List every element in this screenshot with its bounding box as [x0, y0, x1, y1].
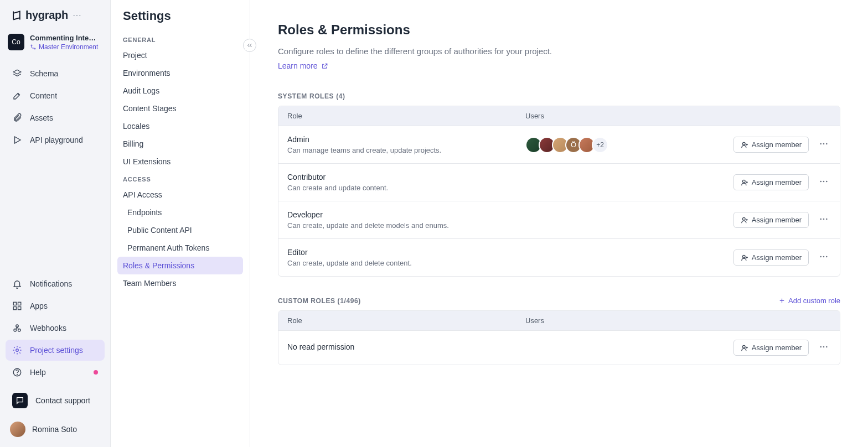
project-environment: Master Environment — [30, 43, 98, 51]
settings-item-project[interactable]: Project — [117, 46, 243, 64]
assign-member-button[interactable]: Assign member — [733, 137, 809, 153]
nav-assets[interactable]: Assets — [6, 107, 105, 128]
brand-menu-icon[interactable]: ⋯ — [73, 10, 81, 20]
brand-logo[interactable]: hygraph — [11, 9, 68, 22]
custom-roles-table: Role Users No read permission Assign mem… — [278, 310, 840, 365]
svg-point-22 — [820, 219, 822, 220]
layers-icon — [12, 69, 22, 79]
project-selector[interactable]: Co Commenting Inte… Master Environment — [0, 28, 110, 59]
role-description: Can create and update content. — [287, 184, 525, 192]
svg-point-27 — [823, 256, 825, 258]
svg-point-15 — [823, 143, 825, 145]
settings-title: Settings — [117, 9, 243, 31]
chat-icon — [12, 393, 28, 408]
svg-point-10 — [16, 349, 19, 352]
user-plus-icon — [741, 179, 748, 186]
role-name: No read permission — [287, 342, 525, 351]
bell-icon — [12, 279, 22, 289]
nav-content[interactable]: Content — [6, 85, 105, 106]
gear-icon — [12, 345, 22, 355]
nav-api-playground[interactable]: API playground — [6, 129, 105, 150]
webhook-icon — [12, 323, 22, 333]
nav-apps[interactable]: Apps — [6, 295, 105, 316]
user-avatars: Ö +2 — [525, 137, 608, 153]
svg-point-32 — [826, 346, 828, 348]
user-plus-icon — [741, 254, 748, 262]
role-row-custom[interactable]: No read permission Assign member — [278, 330, 840, 365]
svg-point-31 — [823, 346, 825, 348]
collapse-sidebar-button[interactable] — [243, 39, 256, 52]
dots-horizontal-icon — [819, 139, 829, 149]
settings-item-api-access[interactable]: API Access — [117, 186, 243, 204]
grid-icon — [12, 301, 22, 311]
column-role: Role — [287, 112, 525, 120]
row-menu-button[interactable] — [817, 250, 831, 266]
svg-point-25 — [742, 255, 745, 258]
user-avatar — [10, 422, 25, 437]
nav-webhooks[interactable]: Webhooks — [6, 318, 105, 339]
settings-item-billing[interactable]: Billing — [117, 135, 243, 153]
custom-roles-header: CUSTOM ROLES (1/496) — [278, 297, 361, 305]
svg-rect-4 — [18, 302, 21, 305]
role-row-developer[interactable]: Developer Can create, update and delete … — [278, 201, 840, 238]
edit-icon — [12, 91, 22, 101]
nav-notifications[interactable]: Notifications — [6, 273, 105, 294]
main-sidebar: hygraph ⋯ Co Commenting Inte… Master Env… — [0, 0, 111, 447]
avatar-overflow[interactable]: +2 — [592, 137, 608, 153]
add-custom-role-button[interactable]: Add custom role — [778, 297, 840, 305]
user-name: Romina Soto — [32, 425, 77, 434]
row-menu-button[interactable] — [817, 212, 831, 228]
settings-item-public-content-api[interactable]: Public Content API — [117, 221, 243, 239]
role-name: Developer — [287, 210, 525, 219]
svg-rect-5 — [13, 307, 16, 310]
learn-more-link[interactable]: Learn more — [278, 61, 328, 70]
section-general-label: GENERAL — [117, 31, 243, 46]
page-description: Configure roles to define the different … — [278, 46, 840, 56]
table-header: Role Users — [278, 311, 840, 330]
project-avatar: Co — [8, 34, 24, 50]
settings-item-roles-permissions[interactable]: Roles & Permissions — [117, 257, 243, 274]
svg-rect-3 — [13, 302, 16, 305]
branch-icon — [30, 44, 37, 50]
settings-item-locales[interactable]: Locales — [117, 117, 243, 135]
settings-item-permanent-auth-tokens[interactable]: Permanent Auth Tokens — [117, 239, 243, 257]
settings-item-team-members[interactable]: Team Members — [117, 274, 243, 292]
role-row-admin[interactable]: Admin Can manage teams and create, updat… — [278, 126, 840, 163]
nav-contact-support[interactable]: Contact support — [6, 387, 105, 414]
role-name: Admin — [287, 135, 525, 144]
settings-item-endpoints[interactable]: Endpoints — [117, 204, 243, 221]
svg-rect-6 — [18, 307, 21, 310]
assign-member-button[interactable]: Assign member — [733, 212, 809, 228]
svg-point-1 — [34, 48, 35, 49]
role-row-editor[interactable]: Editor Can create, update and delete con… — [278, 238, 840, 276]
svg-point-23 — [823, 219, 825, 220]
nav-help[interactable]: Help — [6, 362, 105, 383]
assign-member-button[interactable]: Assign member — [733, 174, 809, 190]
role-name: Contributor — [287, 173, 525, 181]
assign-member-button[interactable]: Assign member — [733, 340, 809, 356]
settings-item-ui-extensions[interactable]: UI Extensions — [117, 153, 243, 170]
svg-point-21 — [742, 217, 745, 220]
role-row-contributor[interactable]: Contributor Can create and update conten… — [278, 163, 840, 201]
settings-item-environments[interactable]: Environments — [117, 64, 243, 82]
row-menu-button[interactable] — [817, 174, 831, 190]
row-menu-button[interactable] — [817, 340, 831, 356]
settings-item-audit-logs[interactable]: Audit Logs — [117, 82, 243, 100]
role-name: Editor — [287, 248, 525, 257]
page-title: Roles & Permissions — [278, 22, 840, 38]
nav-schema[interactable]: Schema — [6, 63, 105, 84]
user-menu[interactable]: Romina Soto — [0, 417, 110, 441]
nav-project-settings[interactable]: Project settings — [6, 340, 105, 361]
section-access-label: ACCESS — [117, 170, 243, 186]
user-plus-icon — [741, 216, 748, 224]
row-menu-button[interactable] — [817, 137, 831, 153]
svg-point-13 — [742, 142, 745, 145]
svg-point-30 — [820, 346, 822, 348]
svg-point-14 — [820, 143, 822, 145]
svg-point-20 — [826, 181, 828, 183]
dots-horizontal-icon — [819, 176, 829, 186]
assign-member-button[interactable]: Assign member — [733, 250, 809, 266]
main-content: Roles & Permissions Configure roles to d… — [250, 0, 868, 447]
settings-item-content-stages[interactable]: Content Stages — [117, 100, 243, 117]
role-description: Can manage teams and create, update proj… — [287, 146, 525, 154]
